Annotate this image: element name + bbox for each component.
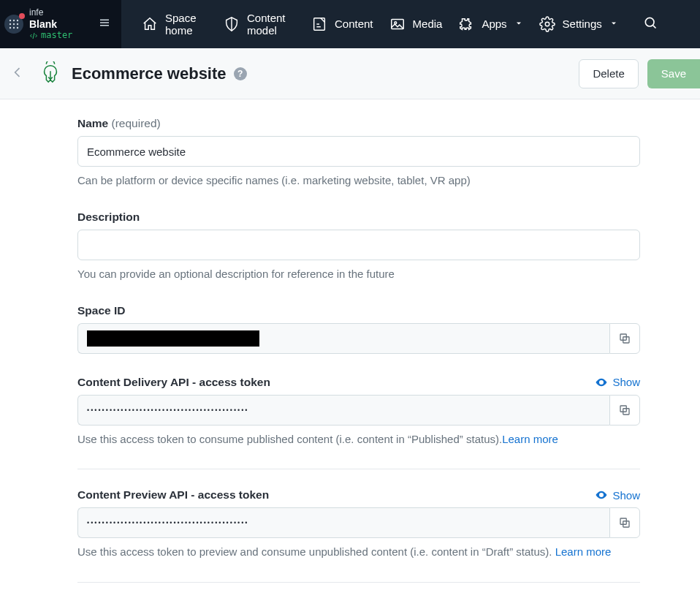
cda-learn-more-link[interactable]: Learn more <box>502 433 558 445</box>
cpa-show-button[interactable]: Show <box>595 488 640 502</box>
cpa-helper: Use this access token to preview and con… <box>77 544 640 560</box>
chevron-down-icon <box>609 18 618 30</box>
eye-icon <box>595 376 608 389</box>
svg-point-16 <box>645 18 654 26</box>
svg-point-7 <box>13 27 15 29</box>
page-title: Ecommerce website ? <box>72 64 247 83</box>
description-input[interactable] <box>77 230 640 260</box>
copy-cda-button[interactable] <box>609 395 640 426</box>
cda-show-button[interactable]: Show <box>595 376 640 389</box>
model-icon <box>224 16 240 32</box>
nav-settings[interactable]: Settings <box>539 16 618 32</box>
page-header: Ecommerce website ? Delete Save <box>0 48 700 99</box>
svg-point-3 <box>9 23 11 25</box>
divider <box>77 469 640 469</box>
space-id-value[interactable] <box>77 323 609 354</box>
cda-token-value[interactable]: ••••••••••••••••••••••••••••••••••••••••… <box>77 395 609 426</box>
media-icon <box>389 16 406 32</box>
description-helper: You can provide an optional description … <box>77 266 640 282</box>
content-icon <box>311 16 327 32</box>
svg-point-8 <box>17 27 18 29</box>
form: Name (required) Can be platform or devic… <box>0 99 658 590</box>
copy-space-id-button[interactable] <box>609 323 640 354</box>
hamburger-icon[interactable] <box>95 13 114 35</box>
nav-media[interactable]: Media <box>389 16 443 32</box>
field-description: Description You can provide an optional … <box>77 211 640 282</box>
cda-helper: Use this access token to consume publish… <box>77 431 640 447</box>
env-name: master <box>29 30 89 40</box>
svg-point-6 <box>9 27 11 29</box>
chevron-down-icon <box>514 18 523 30</box>
field-space-id: Space ID <box>77 304 640 354</box>
space-id-label: Space ID <box>77 304 125 317</box>
divider <box>77 582 640 583</box>
svg-point-1 <box>13 20 15 21</box>
back-button[interactable] <box>6 58 29 90</box>
svg-point-0 <box>9 20 11 21</box>
name-input[interactable] <box>77 136 640 167</box>
field-name: Name (required) Can be platform or devic… <box>77 117 640 189</box>
name-label: Name <box>77 117 108 129</box>
org-name: infe <box>29 7 89 18</box>
cpa-learn-more-link[interactable]: Learn more <box>555 545 612 558</box>
cpa-token-value[interactable]: ••••••••••••••••••••••••••••••••••••••••… <box>77 507 609 538</box>
org-logo <box>4 15 23 34</box>
cda-label: Content Delivery API - access token <box>77 376 270 389</box>
search-icon[interactable] <box>643 15 680 33</box>
nav-space-home[interactable]: Space home <box>142 12 208 37</box>
gear-icon <box>539 16 555 32</box>
home-icon <box>142 16 158 32</box>
field-cpa-token: Content Preview API - access token Show … <box>77 488 640 560</box>
top-nav: infe Blank master Space home Content mod… <box>0 0 700 48</box>
redacted-block <box>87 330 259 347</box>
help-icon[interactable]: ? <box>234 67 247 80</box>
nav-apps[interactable]: Apps <box>458 16 522 32</box>
svg-line-17 <box>653 26 656 29</box>
field-cda-token: Content Delivery API - access token Show… <box>77 376 640 447</box>
api-key-icon <box>39 61 61 86</box>
apps-icon <box>458 16 474 32</box>
svg-point-2 <box>17 20 18 21</box>
svg-point-15 <box>545 22 549 26</box>
svg-point-20 <box>601 381 603 383</box>
cpa-label: Content Preview API - access token <box>77 488 269 502</box>
space-switcher[interactable]: infe Blank master <box>0 0 121 48</box>
svg-point-5 <box>17 23 18 25</box>
svg-point-4 <box>13 23 15 25</box>
svg-point-23 <box>601 494 603 496</box>
description-label: Description <box>77 211 140 224</box>
space-name: Blank <box>29 18 89 31</box>
required-hint: (required) <box>112 117 161 129</box>
eye-icon <box>595 488 608 502</box>
copy-cpa-button[interactable] <box>609 507 640 538</box>
nav-content-model[interactable]: Content model <box>224 12 295 37</box>
notification-dot <box>19 13 25 19</box>
save-button[interactable]: Save <box>647 59 700 88</box>
name-helper: Can be platform or device specific names… <box>77 173 640 189</box>
delete-button[interactable]: Delete <box>579 59 638 88</box>
nav-content[interactable]: Content <box>311 16 373 32</box>
main-nav: Space home Content model Content Media A… <box>121 0 700 48</box>
